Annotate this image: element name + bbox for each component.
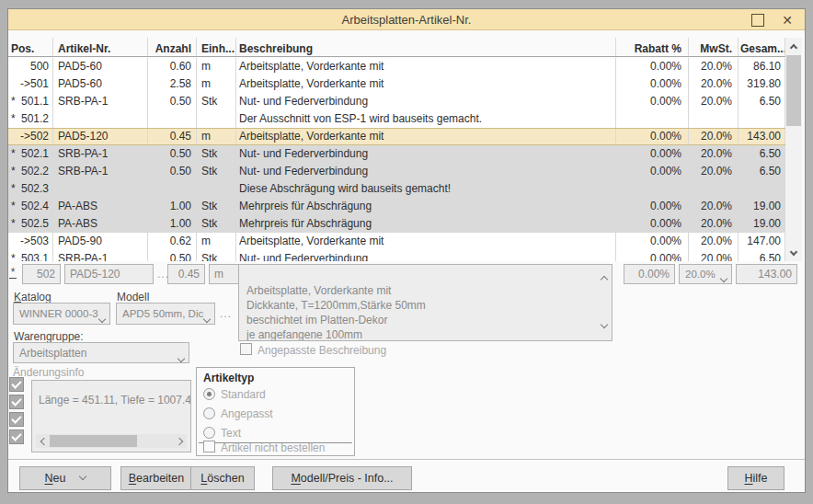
- neu-button[interactable]: Neu: [19, 466, 111, 490]
- table-row[interactable]: *502.2 SRB-PA-1 0.50 Stk Nut- und Federv…: [8, 163, 785, 180]
- hilfe-button[interactable]: Hilfe: [727, 466, 784, 490]
- table-row[interactable]: *501.2 Der Ausschnitt von ESP-1 wird bau…: [8, 110, 785, 128]
- radio-angepasst[interactable]: [203, 407, 215, 419]
- cell-pos: *503.1: [8, 250, 53, 261]
- cell-artikel: SRB-PA-1: [53, 145, 148, 163]
- aenderungsinfo-checkbox-3[interactable]: [9, 412, 24, 427]
- radio-standard[interactable]: [203, 388, 215, 400]
- header-beschreibung[interactable]: Beschreibung: [236, 38, 616, 56]
- cell-einheit: Stk: [197, 250, 236, 261]
- radio-angepasst-label: Angepasst: [221, 407, 273, 420]
- cell-pos: *502.2: [8, 163, 53, 180]
- modell-preis-info-button[interactable]: Modell/Preis - Info...: [272, 466, 412, 490]
- katalog-dropdown[interactable]: WINNER 0000-3: [13, 303, 110, 325]
- table-row[interactable]: *501.1 SRB-PA-1 0.50 Stk Nut- und Federv…: [8, 93, 785, 110]
- header-gesamt[interactable]: Gesam...: [739, 38, 785, 56]
- table-row[interactable]: ->501 PAD5-60 2.58 m Arbeitsplatte, Vord…: [8, 75, 785, 93]
- beschreibung-textarea[interactable]: Arbeitsplatte, Vorderkante mit Dickkante…: [238, 264, 613, 341]
- header-rabatt[interactable]: Rabatt %: [616, 38, 689, 56]
- einheit-field[interactable]: m: [209, 264, 241, 284]
- scroll-right-icon[interactable]: [174, 434, 187, 448]
- hscrollbar-thumb[interactable]: [50, 435, 137, 447]
- bearbeiten-button[interactable]: Bearbeiten: [120, 466, 192, 490]
- artikel-nicht-bestellen-label: Artikel nicht bestellen: [221, 441, 325, 454]
- table-header: Pos. Artikel-Nr. Anzahl Einh... Beschrei…: [8, 38, 785, 57]
- mwst-dropdown[interactable]: 20.0%: [679, 264, 732, 284]
- modell-value: APD5 50mm, Dic: [122, 308, 203, 319]
- angepasste-beschreibung-checkbox[interactable]: [240, 343, 252, 355]
- scroll-down-icon[interactable]: [785, 246, 802, 261]
- table-row[interactable]: 500 PAD5-60 0.60 m Arbeitsplatte, Vorder…: [8, 58, 785, 75]
- aenderungsinfo-hscrollbar[interactable]: [36, 434, 187, 448]
- aenderungsinfo-listbox[interactable]: Länge = 451.11, Tiefe = 1007.4: [31, 380, 191, 452]
- cell-mwst: 20.0%: [689, 129, 739, 144]
- pos-field[interactable]: 502: [22, 264, 61, 284]
- textarea-scroll-down-icon[interactable]: [601, 319, 607, 334]
- table-row[interactable]: *503.1 SRB-PA-1 0.50 Stk Nut- und Federv…: [8, 250, 785, 261]
- warengruppe-value: Arbeitsplatten: [19, 347, 86, 360]
- rabatt-field[interactable]: 0.00%: [624, 264, 675, 284]
- textarea-scroll-up-icon[interactable]: [601, 271, 607, 286]
- cell-gesamt: 19.00: [739, 198, 785, 215]
- artikel-nr-field[interactable]: PAD5-120: [64, 264, 154, 284]
- neu-button-label: Neu: [45, 472, 66, 485]
- cell-pos: *501.1: [8, 93, 53, 110]
- cell-mwst: 20.0%: [689, 215, 739, 233]
- scrollbar-thumb[interactable]: [786, 55, 801, 126]
- table-row[interactable]: ->502 PAD5-120 0.45 m Arbeitsplatte, Vor…: [8, 128, 785, 145]
- cell-gesamt: 147.00: [739, 233, 785, 250]
- modell-browse-button[interactable]: ...: [220, 307, 232, 320]
- header-einheit[interactable]: Einh...: [197, 38, 236, 56]
- aenderungsinfo-text: Länge = 451.11, Tiefe = 1007.4: [39, 394, 191, 407]
- anzahl-field[interactable]: 0.45: [167, 264, 205, 284]
- header-mwst[interactable]: MwSt.: [689, 38, 739, 56]
- scroll-left-icon[interactable]: [36, 434, 49, 448]
- modell-dropdown[interactable]: APD5 50mm, Dic: [116, 303, 215, 325]
- cell-rabatt: 0.00%: [616, 233, 689, 250]
- cell-gesamt: 6.50: [739, 163, 785, 180]
- artikel-nicht-bestellen-checkbox[interactable]: [203, 441, 215, 452]
- table-row[interactable]: *502.1 SRB-PA-1 0.50 Stk Nut- und Federv…: [8, 145, 785, 163]
- radio-text-label: Text: [221, 427, 241, 440]
- katalog-value: WINNER 0000-3: [19, 308, 98, 319]
- cell-mwst: [689, 180, 739, 198]
- divider: [8, 459, 805, 460]
- loeschen-button[interactable]: Löschen: [190, 466, 255, 490]
- header-artikel[interactable]: Artikel-Nr.: [53, 38, 148, 56]
- cell-anzahl: 0.50: [148, 93, 197, 110]
- cell-anzahl: 0.60: [148, 58, 197, 75]
- table-row[interactable]: *502.3 Diese Abschrägung wird bauseits g…: [8, 180, 785, 198]
- table-row[interactable]: *502.4 PA-ABS 1.00 Stk Mehrpreis für Abs…: [8, 198, 785, 215]
- cell-gesamt: 6.50: [739, 145, 785, 163]
- radio-text[interactable]: [203, 427, 215, 439]
- cell-anzahl: 0.50: [148, 145, 197, 163]
- table-scrollbar[interactable]: [785, 38, 802, 261]
- cell-beschreibung: Der Ausschnitt von ESP-1 wird bauseits g…: [236, 110, 616, 128]
- header-anzahl[interactable]: Anzahl: [148, 38, 197, 56]
- maximize-icon[interactable]: [751, 14, 764, 27]
- beschreibung-text: Arbeitsplatte, Vorderkante mit Dickkante…: [246, 284, 426, 341]
- header-pos[interactable]: Pos.: [8, 38, 53, 56]
- cell-beschreibung: Arbeitsplatte, Vorderkante mit: [236, 233, 616, 250]
- cell-gesamt: [739, 180, 785, 198]
- cell-gesamt: 319.80: [739, 75, 785, 93]
- aenderungsinfo-checkbox-2[interactable]: [9, 395, 24, 409]
- cell-pos: 500: [8, 58, 53, 75]
- scroll-up-icon[interactable]: [785, 38, 802, 53]
- gesamt-field[interactable]: 143.00: [736, 264, 797, 284]
- warengruppe-dropdown[interactable]: Arbeitsplatten: [13, 342, 189, 363]
- cell-beschreibung: Nut- und Federverbindung: [236, 163, 616, 180]
- table-row[interactable]: ->503 PAD5-90 0.62 m Arbeitsplatte, Vord…: [8, 233, 785, 250]
- cell-rabatt: 0.00%: [616, 75, 689, 93]
- cell-pos: ->503: [8, 233, 53, 250]
- aenderungsinfo-checkbox-4[interactable]: [9, 430, 24, 444]
- table-row[interactable]: *502.5 PA-ABS 1.00 Stk Mehrpreis für Abs…: [8, 215, 785, 233]
- cell-pos: ->502: [8, 129, 53, 144]
- cell-rabatt: 0.00%: [616, 129, 689, 144]
- aenderungsinfo-checkbox-1[interactable]: [9, 377, 24, 392]
- table-body: 500 PAD5-60 0.60 m Arbeitsplatte, Vorder…: [8, 58, 785, 261]
- cell-einheit: Stk: [197, 215, 236, 233]
- titlebar[interactable]: Arbeitsplatten-Artikel-Nr. ✕: [8, 9, 805, 30]
- artikeltyp-group: Artikeltyp Standard Angepasst Text Artik…: [196, 367, 355, 456]
- close-icon[interactable]: ✕: [781, 14, 794, 27]
